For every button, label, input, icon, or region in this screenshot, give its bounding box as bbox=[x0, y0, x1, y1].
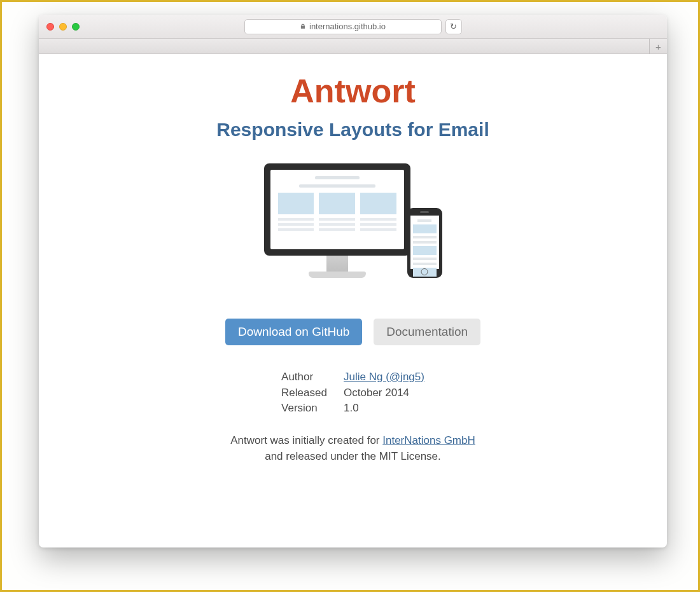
address-bar-group: 🔒︎ internations.github.io ↻ bbox=[244, 19, 462, 34]
window-zoom-button[interactable] bbox=[72, 23, 80, 31]
meta-released-label: Released bbox=[281, 385, 332, 401]
plus-icon: + bbox=[655, 41, 661, 52]
meta-author-label: Author bbox=[281, 369, 332, 385]
author-link[interactable]: Julie Ng (@jng5) bbox=[344, 369, 424, 385]
page-content: Antwort Responsive Layouts for Email bbox=[39, 54, 667, 464]
page-title: Antwort bbox=[39, 72, 667, 110]
browser-window: 🔒︎ internations.github.io ↻ + Antwort Re… bbox=[39, 15, 667, 547]
footer-prefix: Antwort was initially created for bbox=[230, 434, 382, 446]
footer-suffix: and released under the MIT License. bbox=[265, 450, 441, 462]
reload-button[interactable]: ↻ bbox=[445, 19, 462, 34]
documentation-button[interactable]: Documentation bbox=[374, 319, 480, 345]
footer-text: Antwort was initially created for InterN… bbox=[39, 433, 667, 464]
page-tagline: Responsive Layouts for Email bbox=[39, 119, 667, 141]
browser-tabbar: + bbox=[39, 39, 667, 54]
browser-titlebar: 🔒︎ internations.github.io ↻ bbox=[39, 15, 667, 39]
new-tab-button[interactable]: + bbox=[649, 39, 667, 54]
hero-illustration bbox=[264, 163, 442, 291]
window-close-button[interactable] bbox=[46, 23, 54, 31]
meta-released-value: October 2014 bbox=[344, 385, 424, 401]
address-bar[interactable]: 🔒︎ internations.github.io bbox=[244, 19, 442, 34]
monitor-icon bbox=[264, 163, 410, 256]
window-controls bbox=[46, 23, 80, 31]
company-link[interactable]: InterNations GmbH bbox=[382, 434, 475, 446]
window-minimize-button[interactable] bbox=[59, 23, 67, 31]
phone-icon bbox=[407, 208, 442, 278]
url-host: internations.github.io bbox=[309, 22, 386, 31]
download-github-button[interactable]: Download on GitHub bbox=[225, 319, 362, 345]
action-buttons: Download on GitHub Documentation bbox=[39, 319, 667, 345]
reload-icon: ↻ bbox=[450, 22, 457, 31]
lock-icon: 🔒︎ bbox=[300, 23, 306, 30]
meta-info: Author Julie Ng (@jng5) Released October… bbox=[281, 369, 424, 416]
monitor-stand-icon bbox=[326, 256, 348, 273]
meta-version-label: Version bbox=[281, 401, 332, 416]
meta-version-value: 1.0 bbox=[344, 401, 424, 416]
monitor-base-icon bbox=[309, 272, 366, 278]
